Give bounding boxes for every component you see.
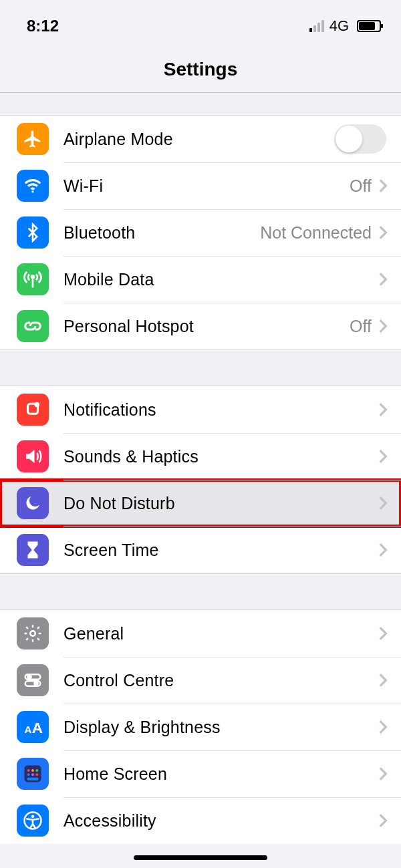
status-time: 8:12: [27, 17, 59, 35]
svg-text:A: A: [25, 724, 32, 735]
settings-row-mobile[interactable]: Mobile Data: [0, 256, 401, 303]
svg-point-0: [31, 190, 34, 193]
row-label: Notifications: [49, 400, 377, 420]
row-label: Do Not Disturb: [49, 494, 377, 513]
toggle-airplane[interactable]: [334, 124, 386, 154]
group-spacer: [0, 573, 401, 610]
row-label: Display & Brightness: [49, 718, 377, 737]
status-right: 4G: [309, 17, 381, 35]
bell-icon: [17, 394, 49, 426]
settings-row-airplane[interactable]: Airplane Mode: [0, 116, 401, 162]
row-label: Screen Time: [49, 541, 377, 560]
svg-text:A: A: [32, 720, 43, 736]
settings-row-controlcentre[interactable]: Control Centre: [0, 657, 401, 704]
bluetooth-icon: [17, 216, 49, 249]
switches-icon: [17, 664, 49, 696]
svg-point-4: [30, 631, 35, 636]
signal-icon: [309, 20, 324, 32]
svg-point-6: [28, 676, 31, 679]
settings-row-notifications[interactable]: Notifications: [0, 386, 401, 433]
settings-row-screentime[interactable]: Screen Time: [0, 527, 401, 573]
settings-row-dnd[interactable]: Do Not Disturb: [0, 480, 401, 527]
row-label: Airplane Mode: [49, 130, 334, 149]
link-icon: [17, 310, 49, 342]
svg-point-15: [27, 773, 30, 776]
chevron-right-icon: [377, 626, 401, 641]
chevron-right-icon: [377, 543, 401, 557]
hourglass-icon: [17, 534, 49, 566]
svg-point-20: [31, 815, 35, 819]
chevron-right-icon: [377, 449, 401, 464]
row-label: Accessibility: [49, 811, 377, 831]
chevron-right-icon: [377, 178, 401, 193]
grid-icon: [17, 758, 49, 790]
row-label: General: [49, 624, 377, 643]
airplane-icon: [17, 123, 49, 155]
accessibility-icon: [17, 805, 49, 837]
settings-group: GeneralControl CentreAADisplay & Brightn…: [0, 610, 401, 844]
svg-point-8: [35, 682, 38, 686]
svg-point-3: [35, 402, 40, 408]
chevron-right-icon: [377, 720, 401, 734]
settings-row-wifi[interactable]: Wi-FiOff: [0, 162, 401, 209]
settings-row-bluetooth[interactable]: BluetoothNot Connected: [0, 209, 401, 256]
gear-icon: [17, 617, 49, 649]
settings-row-homescreen[interactable]: Home Screen: [0, 750, 401, 797]
textsize-icon: AA: [17, 711, 49, 743]
group-spacer: [0, 349, 401, 386]
row-label: Bluetooth: [49, 223, 260, 243]
chevron-right-icon: [377, 673, 401, 688]
network-label: 4G: [329, 17, 349, 35]
settings-row-accessibility[interactable]: Accessibility: [0, 797, 401, 844]
svg-point-14: [35, 769, 38, 772]
row-label: Wi-Fi: [49, 176, 350, 196]
chevron-right-icon: [377, 319, 401, 333]
page-title: Settings: [0, 40, 401, 92]
svg-point-16: [31, 773, 34, 776]
row-value: Off: [350, 317, 377, 336]
chevron-right-icon: [377, 813, 401, 828]
row-label: Personal Hotspot: [49, 317, 350, 336]
settings-row-general[interactable]: General: [0, 610, 401, 657]
row-label: Home Screen: [49, 764, 377, 784]
svg-point-17: [35, 773, 38, 776]
speaker-icon: [17, 440, 49, 472]
settings-row-display[interactable]: AADisplay & Brightness: [0, 704, 401, 750]
row-label: Control Centre: [49, 671, 377, 690]
home-indicator: [134, 855, 267, 860]
chevron-right-icon: [377, 225, 401, 240]
row-value: Off: [350, 176, 377, 196]
svg-point-12: [27, 769, 30, 772]
row-label: Sounds & Haptics: [49, 447, 377, 466]
chevron-right-icon: [377, 272, 401, 287]
settings-group: NotificationsSounds & HapticsDo Not Dist…: [0, 386, 401, 573]
svg-point-13: [31, 769, 34, 772]
row-value: Not Connected: [260, 223, 377, 243]
settings-row-sounds[interactable]: Sounds & Haptics: [0, 433, 401, 480]
moon-icon: [17, 487, 49, 519]
chevron-right-icon: [377, 496, 401, 511]
wifi-icon: [17, 170, 49, 202]
group-spacer: [0, 93, 401, 116]
battery-icon: [357, 20, 381, 32]
chevron-right-icon: [377, 402, 401, 417]
antenna-icon: [17, 263, 49, 295]
status-bar: 8:12 4G: [0, 0, 401, 40]
row-label: Mobile Data: [49, 270, 377, 289]
settings-group: Airplane ModeWi-FiOffBluetoothNot Connec…: [0, 116, 401, 349]
chevron-right-icon: [377, 766, 401, 781]
svg-point-1: [31, 275, 34, 278]
svg-rect-18: [27, 778, 39, 780]
settings-row-hotspot[interactable]: Personal HotspotOff: [0, 303, 401, 349]
